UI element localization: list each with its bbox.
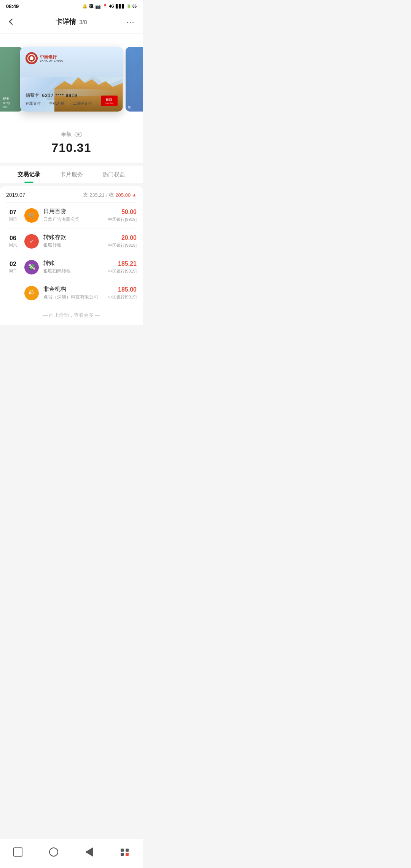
prev-card-label: 记卡 nPay 银联 (3, 97, 20, 108)
tx-day-2: 06 (6, 235, 20, 242)
tx-amount-4: 185.00 (108, 286, 137, 294)
tx-info-3: 转账 银联扫码转账 (43, 260, 104, 274)
balance-area: 余额 710.31 (0, 125, 143, 166)
tx-subtitle-2: 银联转账 (43, 242, 104, 249)
unionpay-logo: 银联 UnionPay (101, 96, 118, 106)
tab-transactions[interactable]: 交易记录 (8, 166, 50, 183)
tx-day-1: 07 (6, 209, 20, 216)
tx-icon-2: ↑ (24, 234, 39, 249)
transaction-item[interactable]: 02 周二 💸 转账 银联扫码转账 185.21 中国银行[9919] (0, 254, 143, 280)
tx-subtitle-4: 点啦（深圳）科技有限公司 (43, 294, 104, 300)
tab-services[interactable]: 卡片服务 (50, 166, 93, 183)
more-button[interactable]: ··· (124, 16, 137, 28)
tx-amount-area-1: 50.00 中国银行[9919] (108, 208, 137, 223)
tx-weekday-1: 周日 (6, 216, 20, 222)
card-number: 6217 **** 9919 (42, 93, 78, 98)
transaction-item[interactable]: 07 周日 🛒 日用百货 云蠡广告有限公司 50.00 中国银行[9919] (0, 203, 143, 228)
4g-icon: 4G (109, 4, 114, 8)
income-prefix: 收 (109, 191, 114, 198)
bank-name-cn: 中国银行 (40, 54, 63, 59)
main-card: 中国银行 BANK OF CHINA 储蓄卡 6217 **** 9919 在线… (20, 47, 123, 112)
card-carousel: 记卡 nPay 银联 中国银行 BANK OF CHINA 储蓄卡 621 (0, 34, 143, 125)
tx-subtitle-1: 云蠡广告有限公司 (43, 216, 104, 223)
tx-title-2: 转账存款 (43, 234, 104, 241)
tx-date-3: 02 周二 (6, 260, 20, 273)
battery-percent: 86 (132, 4, 137, 8)
tx-info-4: 非金机构 点啦（深圳）科技有限公司 (43, 286, 104, 300)
status-icons: 🔔 微 📷 📍 4G ▋▋▋ 🔋 86 (82, 3, 137, 10)
transfer-out-icon: 💸 (28, 263, 35, 271)
month-label: 2019.07 (6, 192, 25, 198)
summary-arrow-icon: ▲ (132, 192, 137, 198)
nav-title-area: 卡详情 3/8 (56, 17, 87, 26)
tab-bar: 交易记录 卡片服务 热门权益 (0, 166, 143, 183)
tab-benefits[interactable]: 热门权益 (92, 166, 135, 183)
transaction-item[interactable]: 06 周六 ↑ 转账存款 银联转账 20.00 中国银行[9919] (0, 228, 143, 254)
institution-icon: 🏛 (29, 290, 35, 297)
tx-amount-3: 185.21 (108, 260, 137, 268)
location-icon: 📍 (102, 4, 108, 9)
tx-bank-2: 中国银行[9919] (108, 243, 137, 248)
tx-icon-1: 🛒 (24, 208, 39, 223)
boc-circle-logo (25, 52, 38, 64)
tx-icon-3: 💸 (24, 260, 39, 274)
balance-label-row: 余额 (0, 131, 143, 138)
tx-title-3: 转账 (43, 260, 104, 267)
month-header: 2019.07 支 235.21 / 收 205.00 ▲ (0, 186, 143, 202)
tx-amount-area-4: 185.00 中国银行[9919] (108, 286, 137, 300)
feature-nfc: 手机闪付 (49, 101, 64, 106)
status-bar: 08:49 🔔 微 📷 📍 4G ▋▋▋ 🔋 86 (0, 0, 143, 12)
card-features: 在线支付 ｜ 手机闪付 ｜ 二维码支付 (25, 101, 92, 106)
tx-date-2: 06 周六 (6, 235, 20, 247)
transaction-item[interactable]: 🏛 非金机构 点啦（深圳）科技有限公司 185.00 中国银行[9919] (0, 280, 143, 306)
tx-info-1: 日用百货 云蠡广告有限公司 (43, 208, 104, 223)
tx-day-3: 02 (6, 260, 20, 268)
tx-title-1: 日用百货 (43, 208, 104, 215)
page-indicator: 3/8 (79, 19, 87, 25)
battery-icon: 🔋 (126, 4, 131, 8)
unionpay-text: 银联 (106, 98, 112, 102)
feature-online: 在线支付 (25, 101, 41, 106)
wechat-icon: 微 (89, 3, 94, 10)
nav-bar: 卡详情 3/8 ··· (0, 12, 143, 34)
tx-info-2: 转账存款 银联转账 (43, 234, 104, 249)
tx-title-4: 非金机构 (43, 286, 104, 293)
expense-amount: 235.21 (89, 192, 105, 198)
prev-card[interactable]: 记卡 nPay 银联 (0, 47, 23, 112)
gallery-icon: 📷 (95, 4, 101, 9)
next-card[interactable]: 储 (126, 47, 143, 112)
balance-amount: 710.31 (0, 141, 143, 155)
signal-icon: ▋▋▋ (116, 4, 125, 8)
bank-name-en: BANK OF CHINA (40, 59, 63, 62)
back-button[interactable] (6, 16, 18, 28)
tx-amount-1: 50.00 (108, 208, 137, 216)
feature-qr: 二维码支付 (73, 101, 92, 106)
tx-bank-1: 中国银行[9919] (108, 217, 137, 222)
tx-amount-area-3: 185.21 中国银行[9919] (108, 260, 137, 274)
tx-bank-3: 中国银行[9919] (108, 268, 137, 274)
page-title: 卡详情 (56, 17, 76, 26)
tx-subtitle-3: 银联扫码转账 (43, 268, 104, 274)
tx-amount-2: 20.00 (108, 234, 137, 242)
next-card-label: 储 (128, 105, 140, 109)
tx-amount-area-2: 20.00 中国银行[9919] (108, 234, 137, 249)
scroll-hint: — 向上滑动，查看更多 — (0, 306, 143, 325)
transaction-container: 2019.07 支 235.21 / 收 205.00 ▲ 07 周日 🛒 日用… (0, 186, 143, 325)
card-info: 储蓄卡 6217 **** 9919 在线支付 ｜ 手机闪付 ｜ 二维码支付 (25, 92, 92, 106)
tx-date-1: 07 周日 (6, 209, 20, 222)
tx-weekday-2: 周六 (6, 242, 20, 248)
tx-weekday-3: 周二 (6, 268, 20, 274)
income-amount: 205.00 (115, 192, 131, 198)
tx-bank-4: 中国银行[9919] (108, 294, 137, 300)
card-type: 储蓄卡 (25, 92, 39, 99)
mute-icon: 🔔 (82, 4, 88, 9)
status-time: 08:49 (6, 3, 19, 9)
bank-logo: 中国银行 BANK OF CHINA (25, 52, 63, 64)
transfer-in-icon: ↑ (28, 238, 35, 244)
eye-icon[interactable] (75, 132, 82, 137)
balance-label-text: 余额 (61, 131, 72, 138)
expense-prefix: 支 (83, 191, 88, 198)
tx-icon-4: 🏛 (24, 286, 39, 300)
month-summary: 支 235.21 / 收 205.00 ▲ (83, 191, 137, 198)
shopping-icon: 🛒 (27, 211, 36, 220)
